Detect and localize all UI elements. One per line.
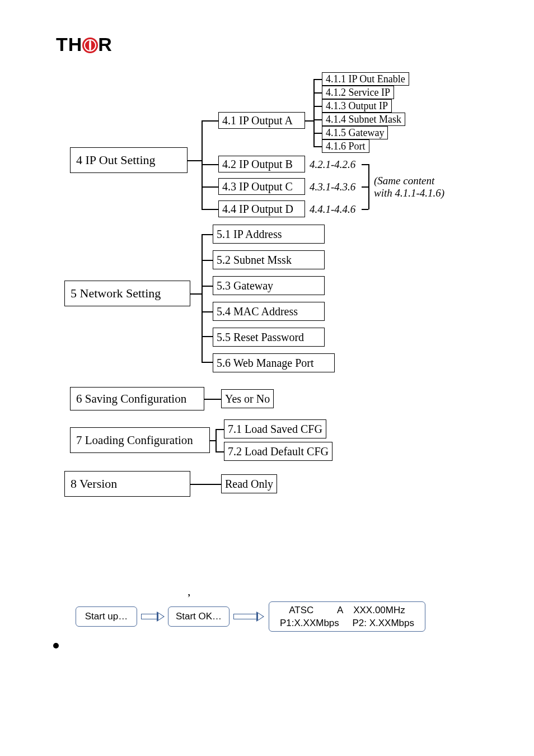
connector <box>368 164 369 209</box>
menu-4-4: 4.4 IP Output D <box>218 200 305 217</box>
menu-7-2: 7.2 Load Default CFG <box>224 442 332 461</box>
menu-5-5: 5.5 Reset Password <box>213 328 325 347</box>
connector <box>313 79 322 80</box>
menu-7-root-label: 7 Loading Configuration <box>76 433 193 447</box>
menu-4-2-range: 4.2.1-4.2.6 <box>310 158 355 171</box>
flow-step-2-label: Start OK… <box>176 611 222 622</box>
menu-4-1-label: 4.1 IP Output A <box>222 114 293 127</box>
menu-6-root-label: 6 Saving Configuration <box>76 392 186 406</box>
flow-step-1: Start up… <box>76 606 137 627</box>
connector <box>313 133 322 134</box>
connector <box>202 234 213 235</box>
connector <box>188 160 202 161</box>
menu-4-4-range: 4.4.1-4.4.6 <box>310 203 355 216</box>
menu-4-note-2: with 4.1.1-4.1.6) <box>374 187 444 199</box>
connector <box>216 451 224 452</box>
menu-4-2: 4.2 IP Output B <box>218 156 305 172</box>
menu-4-1-4-label: 4.1.4 Subnet Mask <box>326 114 401 125</box>
menu-4-1-1-label: 4.1.1 IP Out Enable <box>326 73 405 85</box>
menu-6-root: 6 Saving Configuration <box>70 387 204 410</box>
menu-4-1-2-label: 4.1.2 Service IP <box>326 87 390 99</box>
connector <box>202 120 218 122</box>
connector <box>202 286 213 287</box>
menu-4-note-1: (Same content <box>374 175 434 187</box>
connector <box>313 92 322 94</box>
flow-step-3: ATSC A XXX.00MHz P1:X.XXMbps P2: X.XXMbp… <box>269 601 425 632</box>
connector <box>362 186 368 188</box>
menu-7-2-label: 7.2 Load Default CFG <box>228 445 329 458</box>
menu-5-root: 5 Network Setting <box>64 281 190 306</box>
logo-pre: TH <box>56 34 82 55</box>
menu-4-1-5: 4.1.5 Gateway <box>322 126 388 139</box>
connector <box>190 293 202 295</box>
menu-4-3-label: 4.3 IP Output C <box>222 180 293 193</box>
menu-4-1-3: 4.1.3 Output IP <box>322 99 392 113</box>
connector <box>204 399 221 400</box>
menu-5-2-label: 5.2 Subnet Mssk <box>217 254 292 267</box>
menu-4-1-6-label: 4.1.6 Port <box>326 141 366 152</box>
flow-step-1-label: Start up… <box>85 611 128 622</box>
brand-logo: THR <box>56 34 113 55</box>
menu-5-3-label: 5.3 Gateway <box>217 279 273 292</box>
menu-4-4-label: 4.4 IP Output D <box>222 203 293 216</box>
menu-4-3-range: 4.3.1-4.3.6 <box>310 181 355 193</box>
connector <box>202 164 218 165</box>
connector <box>305 120 313 122</box>
menu-5-3: 5.3 Gateway <box>213 276 325 295</box>
connector <box>202 260 213 261</box>
connector <box>202 311 213 312</box>
arrow-icon <box>233 613 264 620</box>
menu-5-5-label: 5.5 Reset Password <box>217 331 304 344</box>
connector <box>362 164 368 165</box>
menu-4-1-2: 4.1.2 Service IP <box>322 86 394 99</box>
connector <box>362 209 368 210</box>
connector <box>313 106 322 107</box>
flow-step-3-line1: ATSC A XXX.00MHz <box>277 604 417 617</box>
connector <box>313 146 322 147</box>
menu-4-root: 4 IP Out Setting <box>70 147 188 173</box>
menu-4-2-label: 4.2 IP Output B <box>222 158 293 171</box>
menu-5-root-label: 5 Network Setting <box>71 286 161 301</box>
menu-5-1: 5.1 IP Address <box>213 225 325 244</box>
logo-globe-icon <box>82 38 98 53</box>
menu-8-root: 8 Version <box>64 471 190 497</box>
menu-4-1-6: 4.1.6 Port <box>322 139 369 153</box>
menu-6-opt-label: Yes or No <box>225 393 270 405</box>
connector <box>190 484 221 485</box>
menu-4-1-4: 4.1.4 Subnet Mask <box>322 113 405 126</box>
menu-5-6: 5.6 Web Manage Port <box>213 353 335 372</box>
connector <box>202 336 213 337</box>
menu-6-opt: Yes or No <box>221 389 274 408</box>
connector <box>202 362 213 363</box>
menu-4-1-3-label: 4.1.3 Output IP <box>326 100 388 112</box>
connector <box>202 186 218 188</box>
menu-8-opt-label: Read Only <box>225 478 273 491</box>
menu-7-1: 7.1 Load Saved CFG <box>224 419 326 438</box>
menu-4-3: 4.3 IP Output C <box>218 178 305 195</box>
menu-8-opt: Read Only <box>221 474 277 493</box>
menu-5-2: 5.2 Subnet Mssk <box>213 250 325 269</box>
menu-4-root-label: 4 IP Out Setting <box>76 153 156 167</box>
menu-4-1-1: 4.1.1 IP Out Enable <box>322 72 409 86</box>
connector <box>216 429 217 451</box>
flow-step-2: Start OK… <box>168 606 229 627</box>
menu-5-1-label: 5.1 IP Address <box>217 228 282 241</box>
menu-5-4-label: 5.4 MAC Address <box>217 305 298 318</box>
bullet-icon <box>53 643 59 648</box>
page: THR 4 IP Out Setting 4.1 IP Output A 4.2… <box>0 0 534 756</box>
arrow-icon <box>141 613 165 620</box>
connector <box>313 79 315 146</box>
menu-5-6-label: 5.6 Web Manage Port <box>217 357 314 370</box>
menu-8-root-label: 8 Version <box>71 477 117 491</box>
menu-5-4: 5.4 MAC Address <box>213 302 325 321</box>
connector <box>202 234 203 362</box>
connector <box>202 209 218 210</box>
connector <box>313 119 322 120</box>
logo-post: R <box>98 34 113 55</box>
menu-7-1-label: 7.1 Load Saved CFG <box>228 423 322 436</box>
flow-step-3-line2: P1:X.XXMbps P2: X.XXMbps <box>277 617 417 630</box>
menu-7-root: 7 Loading Configuration <box>70 427 210 453</box>
menu-4-1-5-label: 4.1.5 Gateway <box>326 127 384 139</box>
connector <box>216 429 224 430</box>
stray-comma: , <box>188 584 191 599</box>
